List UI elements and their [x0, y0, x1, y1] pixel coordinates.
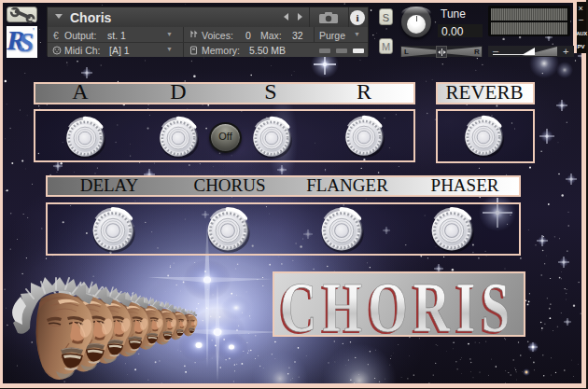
- svg-text:CHORIS: CHORIS: [280, 271, 510, 337]
